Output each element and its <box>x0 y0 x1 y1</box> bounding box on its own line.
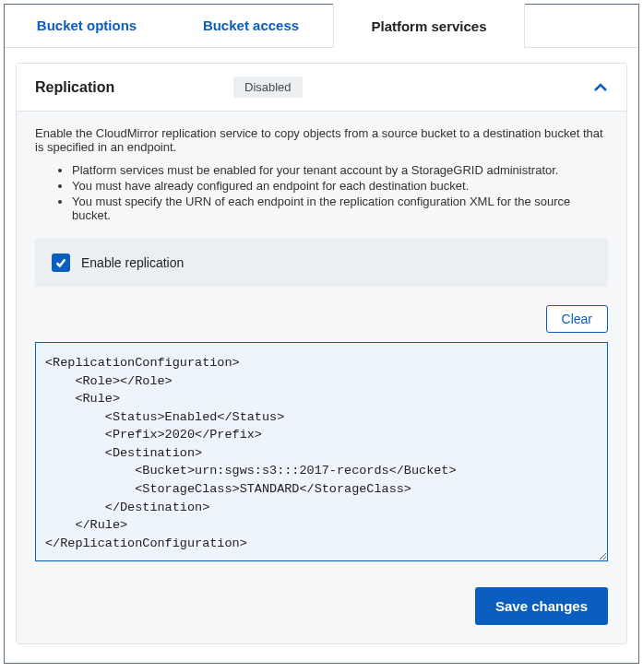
tab-bucket-options[interactable]: Bucket options <box>5 5 169 47</box>
panel-body: Enable the CloudMirror replication servi… <box>17 111 626 643</box>
replication-xml-textarea[interactable] <box>35 342 608 561</box>
tab-bucket-access[interactable]: Bucket access <box>169 5 333 47</box>
enable-replication-checkbox[interactable] <box>52 253 70 272</box>
status-badge: Disabled <box>233 77 303 98</box>
tab-bar: Bucket options Bucket access Platform se… <box>5 5 638 48</box>
save-row: Save changes <box>35 587 608 625</box>
enable-replication-label: Enable replication <box>81 255 184 270</box>
clear-button[interactable]: Clear <box>546 305 608 333</box>
requirement-item: You must have already configured an endp… <box>72 179 608 193</box>
check-icon <box>54 256 67 269</box>
enable-replication-row: Enable replication <box>35 239 608 287</box>
tab-platform-services[interactable]: Platform services <box>333 4 525 47</box>
replication-panel: Replication Disabled Enable the CloudMir… <box>16 63 627 644</box>
requirements-list: Platform services must be enabled for yo… <box>35 163 608 222</box>
clear-row: Clear <box>35 305 608 333</box>
requirement-item: You must specify the URN of each endpoin… <box>72 195 608 222</box>
panel-header[interactable]: Replication Disabled <box>17 64 626 111</box>
save-button[interactable]: Save changes <box>475 587 608 625</box>
content-area: Replication Disabled Enable the CloudMir… <box>5 48 638 663</box>
description-text: Enable the CloudMirror replication servi… <box>35 126 608 154</box>
requirement-item: Platform services must be enabled for yo… <box>72 163 608 177</box>
panel-title: Replication <box>35 79 233 96</box>
main-container: Bucket options Bucket access Platform se… <box>4 4 639 664</box>
chevron-up-icon <box>593 80 608 95</box>
